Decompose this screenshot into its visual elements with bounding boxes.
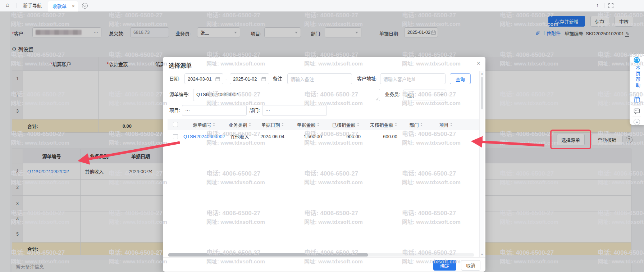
modal-table-header: 源单编号 业务类别 单据日期 单据金额 已核销金额 未核销金额 部门 项目 (168, 119, 479, 130)
sort-icon[interactable] (317, 123, 319, 126)
h-doc-amount[interactable]: 单据金额 (290, 119, 326, 130)
app-window: ⌂ 新手导航 收款单 × ↑ 保存并新增 保存 审核 *客户: ⋯ 总欠款: 6… (0, 0, 644, 272)
sort-icon[interactable] (420, 123, 423, 126)
sort-icon[interactable] (395, 123, 397, 126)
divider (632, 94, 641, 94)
gift-icon[interactable] (634, 96, 640, 103)
cell-unwriteoff-amount: 600.00 (365, 130, 402, 143)
scrollbar-thumb[interactable] (481, 77, 483, 109)
source-no-textarea[interactable]: QTSR20240604002 (193, 89, 380, 101)
chat-icon[interactable] (634, 108, 640, 114)
tab-list-dropdown-icon[interactable] (82, 3, 88, 9)
modal-dept-label: 部门: (249, 105, 260, 116)
vertical-scrollbar[interactable]: ▲ ▼ (479, 71, 484, 257)
divider (632, 105, 641, 106)
h-biz-type[interactable]: 业务类别 (224, 119, 255, 130)
address-placeholder: 请输入客户地址 (383, 76, 416, 82)
help-mascot-icon[interactable] (633, 56, 640, 64)
modal-dept-input[interactable]: ⋯ (262, 105, 327, 116)
page-help-label[interactable]: 本页帮助 (634, 65, 644, 89)
close-tab-icon[interactable]: × (72, 1, 75, 12)
source-no-label: 源单编号: (169, 89, 189, 100)
select-all-checkbox[interactable] (173, 122, 178, 127)
tab-bar: ⌂ 新手导航 收款单 × ↑ (0, 0, 644, 12)
confirm-button[interactable]: 确定 (433, 260, 456, 271)
cell-writeoff-amount: 900.00 (326, 130, 365, 143)
cell-doc-date: 2024-06-04 (255, 130, 290, 143)
scroll-top-icon[interactable]: ↑ (596, 2, 599, 8)
customer-address-input[interactable]: 请输入客户地址 (380, 73, 446, 84)
modal-footer: 确定 取消 (163, 257, 485, 272)
divider (17, 3, 17, 8)
query-button[interactable]: 查询 (450, 73, 471, 84)
cancel-button[interactable]: 取消 (461, 260, 480, 271)
cell-dept (402, 130, 430, 143)
row-checkbox[interactable] (173, 134, 178, 139)
cell-project (430, 130, 461, 143)
scroll-down-icon[interactable]: ▼ (480, 253, 484, 256)
modal-project-label: 项目: (169, 105, 180, 116)
sort-icon[interactable] (282, 123, 284, 126)
modal-title: 选择源单 (169, 61, 192, 69)
h-doc-date[interactable]: 单据日期 (255, 119, 290, 130)
date-to-input[interactable]: 2025-01-02 (230, 73, 269, 84)
scrollbar-thumb[interactable] (168, 253, 368, 257)
range-dash: - (225, 73, 227, 84)
modal-salesman-select[interactable]: (空) (403, 90, 446, 100)
project-picker-icon[interactable]: ⋯ (185, 108, 190, 113)
date-range-label: 日期: (169, 73, 180, 84)
select-source-doc-modal: 选择源单 × 日期: 2024-03-01 - 2025-01-02 备注: 请… (163, 57, 485, 272)
horizontal-scrollbar[interactable] (168, 253, 474, 257)
h-unwriteoff-amount[interactable]: 未核销金额 (365, 119, 402, 130)
sort-icon[interactable] (450, 123, 452, 126)
remark-label: 备注: (273, 73, 284, 84)
customer-address-label: 客户地址: (357, 73, 377, 84)
h-project[interactable]: 项目 (430, 119, 461, 130)
modal-project-input[interactable]: ⋯ (182, 105, 247, 116)
remark-placeholder: 请输入备注 (291, 76, 314, 82)
home-icon[interactable]: ⌂ (6, 2, 9, 8)
sort-icon[interactable] (357, 123, 359, 126)
h-writeoff-amount[interactable]: 已核销金额 (326, 119, 365, 130)
divider (632, 117, 641, 117)
modal-salesman-label: 业务员: (385, 89, 400, 100)
tab-receipt-active[interactable]: 收款单 × (48, 1, 78, 12)
help-side-panel: 本页帮助 » (630, 54, 644, 125)
calendar-icon (261, 77, 266, 81)
divider (604, 3, 604, 8)
calendar-icon (215, 77, 220, 81)
scroll-up-icon[interactable]: ▲ (480, 72, 484, 75)
tab-receipt-label: 收款单 (52, 4, 67, 9)
h-source-no[interactable]: 源单编号 (183, 119, 224, 130)
remark-input[interactable]: 请输入备注 (287, 73, 352, 84)
modal-source-table: 源单编号 业务类别 单据日期 单据金额 已核销金额 未核销金额 部门 项目 QT… (168, 119, 479, 143)
sort-icon[interactable] (213, 123, 215, 126)
source-doc-link[interactable]: QTSR20240604002 (183, 134, 225, 139)
chevron-down-icon (83, 4, 86, 7)
date-from-input[interactable]: 2024-03-01 (184, 73, 223, 84)
sort-icon[interactable] (249, 123, 251, 126)
resize-handle-icon[interactable] (376, 97, 379, 100)
tab-newbie-nav[interactable]: 新手导航 (23, 0, 42, 12)
modal-close-icon[interactable]: × (476, 60, 480, 67)
fullscreen-icon[interactable] (608, 3, 613, 8)
cell-doc-amount: 1,500.00 (290, 130, 326, 143)
cell-biz-type: 其他收入 (224, 130, 255, 143)
h-dept[interactable]: 部门 (402, 119, 430, 130)
caret-down-icon (440, 94, 443, 96)
dept-picker-icon[interactable]: ⋯ (265, 108, 270, 113)
collapse-panel-icon[interactable]: » (634, 119, 640, 125)
modal-table-row[interactable]: QTSR20240604002 其他收入 2024-06-04 1,500.00… (168, 130, 479, 143)
